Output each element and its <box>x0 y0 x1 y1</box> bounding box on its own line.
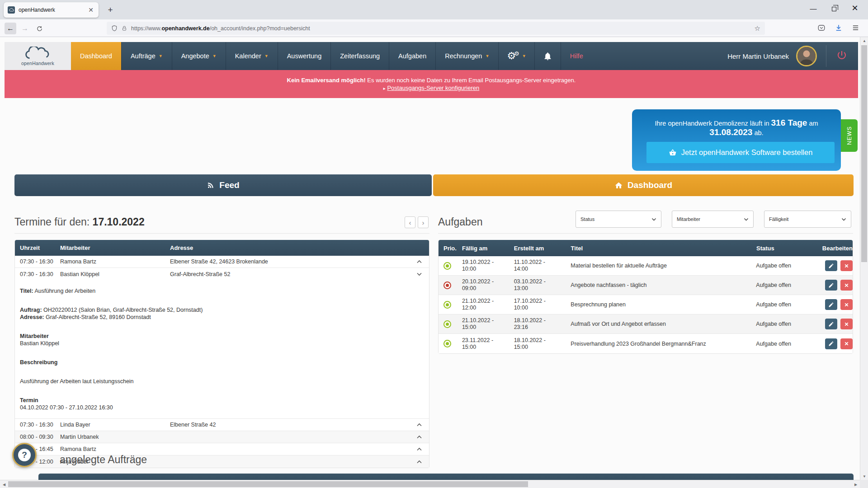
user-avatar[interactable] <box>796 46 817 66</box>
col-titel: Titel <box>571 245 756 252</box>
prev-day-button[interactable]: ‹ <box>405 216 415 228</box>
chevron-down-icon: ▼ <box>485 54 489 58</box>
bell-icon <box>543 52 552 61</box>
scroll-left-icon[interactable]: ◀ <box>0 481 8 488</box>
nav-item-dashboard[interactable]: Dashboard <box>71 42 121 70</box>
edit-task-button[interactable] <box>825 280 837 291</box>
dashboard-tab-button[interactable]: Dashboard <box>433 174 854 196</box>
priority-icon <box>443 301 451 309</box>
email-alert-banner: Kein Emailversand möglich! Es wurden noc… <box>5 70 858 98</box>
pocket-icon[interactable] <box>817 24 826 34</box>
download-icon[interactable] <box>835 24 843 34</box>
chevron-down-icon <box>841 216 846 222</box>
delete-task-button[interactable] <box>840 280 853 291</box>
aufgaben-filters: Status Mitarbeiter Fälligkeit <box>438 211 853 228</box>
help-button[interactable]: ? <box>12 443 37 467</box>
edit-task-button[interactable] <box>825 299 837 310</box>
chevron-down-icon <box>744 216 749 222</box>
mitarbeiter-filter-select[interactable]: Mitarbeiter <box>672 211 754 228</box>
reload-icon <box>36 25 43 32</box>
forward-button[interactable]: → <box>19 23 31 34</box>
horizontal-scrollbar-thumb[interactable] <box>8 481 528 487</box>
nav-item-kalender[interactable]: Kalender▼ <box>226 42 278 70</box>
bookmark-star-icon[interactable]: ☆ <box>755 24 760 33</box>
order-software-button[interactable]: Jetzt openHandwerk Software bestellen <box>646 142 835 163</box>
settings-menu[interactable]: ⚙ ⚙ ▼ <box>498 42 534 70</box>
col-faellig-am: Fällig am <box>462 245 514 252</box>
status-text: Aufgabe offen <box>756 263 814 269</box>
edit-task-button[interactable] <box>825 338 837 349</box>
x-icon <box>844 283 849 288</box>
browser-tabbar: openHandwerk ✕ + — ✕ <box>0 0 868 19</box>
menu-hamburger-icon[interactable] <box>852 24 859 33</box>
termine-row[interactable]: 07:30 - 16:30 Ramona Bartz Elbener Straß… <box>15 256 429 268</box>
browser-tab[interactable]: openHandwerk ✕ <box>4 2 99 18</box>
app-logo[interactable]: openHandwerk <box>5 42 71 70</box>
aufgaben-table: Prio. Fällig am Erstellt am Titel Status… <box>438 240 853 354</box>
x-icon <box>844 263 849 268</box>
scroll-right-icon[interactable]: ▶ <box>852 481 860 488</box>
tab-close-icon[interactable]: ✕ <box>87 6 94 14</box>
chevron-up-icon[interactable] <box>409 459 429 465</box>
horizontal-scrollbar[interactable]: ◀ ▶ <box>0 480 860 488</box>
nav-item-auswertung[interactable]: Auswertung <box>278 42 331 70</box>
lock-icon <box>122 25 127 32</box>
home-icon <box>614 181 623 190</box>
demo-license-box: Ihre openHandwerk Demolizenz läuft in 31… <box>632 109 841 171</box>
scroll-down-icon[interactable]: ▼ <box>860 473 868 480</box>
nav-item-auftraege[interactable]: Aufträge▼ <box>121 42 172 70</box>
chevron-up-icon[interactable] <box>409 446 429 452</box>
termine-row[interactable]: 08:00 - 09:30 Martin Urbanek <box>15 431 429 443</box>
chevron-up-icon[interactable] <box>409 434 429 440</box>
feed-tab-button[interactable]: Feed <box>14 174 432 196</box>
reload-button[interactable] <box>33 23 45 34</box>
tab-favicon-cloud-icon <box>8 6 15 14</box>
notifications-button[interactable] <box>534 42 561 70</box>
nav-item-hilfe[interactable]: Hilfe <box>561 42 592 70</box>
url-bar[interactable]: https://www.openhandwerk.de/oh_account/i… <box>107 22 765 35</box>
news-tab[interactable]: NEWS <box>841 119 858 152</box>
col-erstellt-am: Erstellt am <box>514 245 571 252</box>
scroll-up-icon[interactable]: ▲ <box>860 37 868 44</box>
termine-table-header: Uhrzeit Mitarbeiter Adresse <box>15 240 429 256</box>
vertical-scrollbar[interactable]: ▲ ▼ <box>860 37 868 480</box>
logout-button[interactable] <box>826 45 852 67</box>
chevron-down-icon: ▼ <box>159 54 163 58</box>
nav-item-rechnungen[interactable]: Rechnungen▼ <box>435 42 498 70</box>
nav-item-angebote[interactable]: Angebote▼ <box>172 42 226 70</box>
pencil-icon <box>828 302 834 308</box>
termine-row[interactable]: 07:30 - 16:30 Linda Bayer Elbener Straße… <box>15 419 429 431</box>
nav-item-zeiterfassung[interactable]: Zeiterfassung <box>330 42 389 70</box>
edit-task-button[interactable] <box>825 260 837 271</box>
status-filter-select[interactable]: Status <box>576 211 661 228</box>
delete-task-button[interactable] <box>840 260 853 271</box>
question-mark-icon: ? <box>18 449 31 461</box>
alert-text: Kein Emailversand möglich! Es wurden noc… <box>5 76 858 84</box>
x-icon <box>844 322 849 327</box>
delete-task-button[interactable] <box>840 338 853 349</box>
divider <box>438 233 853 234</box>
chevron-up-icon[interactable] <box>409 258 429 265</box>
delete-task-button[interactable] <box>840 319 853 329</box>
pencil-icon <box>828 341 834 347</box>
chevron-down-icon[interactable] <box>409 271 429 277</box>
pencil-icon <box>828 321 834 327</box>
chevron-up-icon[interactable] <box>409 422 429 428</box>
window-close-button[interactable]: ✕ <box>844 0 865 16</box>
back-button[interactable]: ← <box>5 23 16 34</box>
edit-task-button[interactable] <box>825 319 837 329</box>
termine-row-expanded[interactable]: 07:30 - 16:30 Bastian Klöppel Graf-Albre… <box>15 268 429 280</box>
configure-mail-server-link[interactable]: Postausgangs-Server konfigurieren <box>387 84 479 91</box>
vertical-scrollbar-thumb[interactable] <box>861 45 867 262</box>
chevron-down-icon: ▼ <box>522 54 526 58</box>
priority-icon <box>443 340 451 347</box>
faelligkeit-filter-select[interactable]: Fälligkeit <box>764 211 851 228</box>
window-restore-button[interactable] <box>824 0 844 16</box>
aufgabe-row: 21.10.2022 - 15:00 18.10.2022 - 23:16 Au… <box>439 314 853 334</box>
next-day-button[interactable]: › <box>418 216 429 228</box>
screen: openHandwerk ✕ + — ✕ ← → https://www.ope… <box>0 0 868 488</box>
delete-task-button[interactable] <box>840 299 853 310</box>
nav-item-aufgaben[interactable]: Aufgaben <box>389 42 435 70</box>
new-tab-button[interactable]: + <box>104 4 117 16</box>
window-minimize-button[interactable]: — <box>803 0 824 16</box>
